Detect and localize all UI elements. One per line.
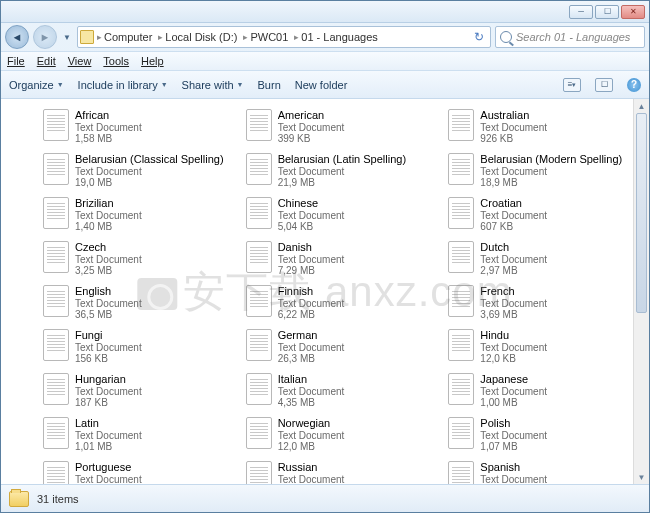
file-item[interactable]: DutchText Document2,97 MB [446,239,641,281]
scrollbar[interactable]: ▲ ▼ [633,99,649,484]
file-item[interactable]: BrizilianText Document1,40 MB [41,195,236,237]
file-name: Belarusian (Latin Spelling) [278,153,406,166]
forward-button[interactable]: ► [33,25,57,49]
view-options-button[interactable]: ≡ ▾ [563,78,581,92]
file-name: German [278,329,345,342]
breadcrumb[interactable]: PWC01 [250,31,288,43]
folder-icon [9,491,29,507]
file-type: Text Document [75,474,142,484]
file-type: Text Document [75,342,142,354]
file-size: 6,22 MB [278,309,345,321]
file-type: Text Document [480,342,547,354]
file-size: 1,58 MB [75,133,142,145]
menu-help[interactable]: Help [141,55,164,67]
scroll-down-icon[interactable]: ▼ [634,470,649,484]
file-type: Text Document [278,254,345,266]
file-name: American [278,109,345,122]
file-item[interactable]: EnglishText Document36,5 MB [41,283,236,325]
menu-tools[interactable]: Tools [103,55,129,67]
file-item[interactable]: CroatianText Document607 KB [446,195,641,237]
file-type: Text Document [75,122,142,134]
document-icon [43,197,69,229]
file-type: Text Document [480,254,547,266]
file-item[interactable]: NorwegianText Document12,0 MB [244,415,439,457]
file-name: Belarusian (Classical Spelling) [75,153,224,166]
address-bar[interactable]: ▸Computer ▸Local Disk (D:) ▸PWC01 ▸01 - … [77,26,491,48]
file-item[interactable]: PortugueseText Document341 KB [41,459,236,484]
file-item[interactable]: DanishText Document7,29 MB [244,239,439,281]
preview-pane-button[interactable]: ☐ [595,78,613,92]
file-item[interactable]: AmericanText Document399 KB [244,107,439,149]
burn-button[interactable]: Burn [258,79,281,91]
file-item[interactable]: ChineseText Document5,04 KB [244,195,439,237]
file-item[interactable]: RussianText Document37,1 MB [244,459,439,484]
file-type: Text Document [75,430,142,442]
breadcrumb[interactable]: Computer [104,31,152,43]
file-item[interactable]: AfricanText Document1,58 MB [41,107,236,149]
file-item[interactable]: ItalianText Document4,35 MB [244,371,439,413]
close-button[interactable]: ✕ [621,5,645,19]
file-name: Croatian [480,197,547,210]
menu-file[interactable]: File [7,55,25,67]
organize-button[interactable]: Organize▼ [9,79,64,91]
file-size: 4,35 MB [278,397,345,409]
file-item[interactable]: HungarianText Document187 KB [41,371,236,413]
file-item[interactable]: Belarusian (Modern Spelling)Text Documen… [446,151,641,193]
search-input[interactable]: Search 01 - Languages [495,26,645,48]
file-item[interactable]: PolishText Document1,07 MB [446,415,641,457]
minimize-button[interactable]: ─ [569,5,593,19]
file-item[interactable]: HinduText Document12,0 KB [446,327,641,369]
file-name: English [75,285,142,298]
breadcrumb[interactable]: Local Disk (D:) [165,31,237,43]
document-icon [246,373,272,405]
new-folder-button[interactable]: New folder [295,79,348,91]
file-type: Text Document [480,430,547,442]
file-type: Text Document [278,386,345,398]
document-icon [448,109,474,141]
file-name: African [75,109,142,122]
include-library-button[interactable]: Include in library▼ [78,79,168,91]
file-type: Text Document [75,298,142,310]
file-item[interactable]: LatinText Document1,01 MB [41,415,236,457]
document-icon [448,285,474,317]
file-size: 5,04 KB [278,221,345,233]
menu-edit[interactable]: Edit [37,55,56,67]
file-size: 1,40 MB [75,221,142,233]
file-size: 156 KB [75,353,142,365]
maximize-button[interactable]: ☐ [595,5,619,19]
file-type: Text Document [480,474,547,484]
file-type: Text Document [278,474,345,484]
file-item[interactable]: JapaneseText Document1,00 MB [446,371,641,413]
document-icon [246,417,272,449]
history-dropdown[interactable]: ▼ [61,27,73,47]
scroll-thumb[interactable] [636,113,647,313]
file-item[interactable]: Belarusian (Latin Spelling)Text Document… [244,151,439,193]
help-icon[interactable]: ? [627,78,641,92]
menu-view[interactable]: View [68,55,92,67]
file-name: Finnish [278,285,345,298]
share-with-button[interactable]: Share with▼ [182,79,244,91]
file-item[interactable]: AustralianText Document926 KB [446,107,641,149]
file-item[interactable]: FrenchText Document3,69 MB [446,283,641,325]
file-item[interactable]: GermanText Document26,3 MB [244,327,439,369]
breadcrumb[interactable]: 01 - Languages [301,31,377,43]
file-type: Text Document [480,298,547,310]
search-placeholder: Search 01 - Languages [516,31,630,43]
back-button[interactable]: ◄ [5,25,29,49]
file-size: 26,3 MB [278,353,345,365]
file-item[interactable]: SpanishText Document4,63 MB [446,459,641,484]
document-icon [246,241,272,273]
refresh-icon[interactable]: ↻ [474,30,488,44]
file-name: Japanese [480,373,547,386]
file-name: Danish [278,241,345,254]
file-list: AfricanText Document1,58 MBAmericanText … [1,99,649,484]
scroll-up-icon[interactable]: ▲ [634,99,649,113]
file-item[interactable]: Belarusian (Classical Spelling)Text Docu… [41,151,236,193]
file-type: Text Document [480,386,547,398]
file-item[interactable]: FinnishText Document6,22 MB [244,283,439,325]
breadcrumb-sep: ▸ [294,32,299,42]
file-size: 36,5 MB [75,309,142,321]
file-item[interactable]: FungiText Document156 KB [41,327,236,369]
file-item[interactable]: CzechText Document3,25 MB [41,239,236,281]
file-size: 1,00 MB [480,397,547,409]
